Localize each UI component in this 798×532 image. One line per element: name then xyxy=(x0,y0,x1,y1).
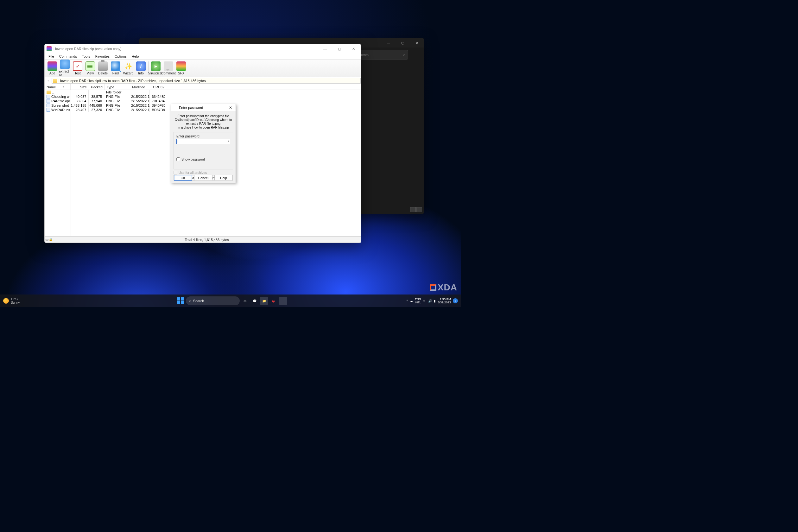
explorer-taskbar-icon[interactable]: 📁 xyxy=(260,297,268,305)
maximize-button[interactable]: ▢ xyxy=(332,44,346,54)
password-input[interactable]: ▾ xyxy=(176,139,230,144)
search-icon: ⌕ xyxy=(189,299,191,303)
sfx-icon xyxy=(176,61,186,71)
notification-badge[interactable]: 5 xyxy=(453,298,458,303)
add-icon xyxy=(48,61,57,71)
header-packed[interactable]: Packed xyxy=(89,84,105,90)
tb-view-button[interactable]: View xyxy=(84,61,97,76)
file-icon xyxy=(46,99,50,103)
sort-asc-icon: ▴ xyxy=(63,85,64,88)
bg-maximize-button[interactable]: ▢ xyxy=(396,38,410,48)
battery-icon[interactable]: ▮ xyxy=(434,299,436,303)
tb-extract-button[interactable]: Extract To xyxy=(59,59,71,78)
weather-text: Sunny xyxy=(11,301,20,304)
status-text: Total 4 files, 1,615,486 bytes xyxy=(53,238,361,242)
password-label: Enter password xyxy=(176,134,200,138)
file-row[interactable]: RAR file open in ... 83,86477,940 PNG Fi… xyxy=(45,99,165,103)
up-dir-row[interactable]: .. File folder xyxy=(45,90,165,94)
file-icon xyxy=(46,95,50,98)
info-icon xyxy=(136,61,146,71)
tb-find-button[interactable]: Find xyxy=(109,61,122,76)
language-indicator[interactable]: ENGINTL xyxy=(415,298,421,304)
path-text: How to open RAR files.zip\How to open RA… xyxy=(59,79,206,83)
close-button[interactable]: ✕ xyxy=(346,44,361,54)
column-headers: Name▴ Size Packed Type Modified CRC32 xyxy=(45,84,361,90)
winrar-taskbar-icon[interactable] xyxy=(279,297,287,305)
menu-tools[interactable]: Tools xyxy=(79,54,93,59)
clock[interactable]: 2:33 PM3/31/2023 xyxy=(438,298,451,304)
menu-file[interactable]: File xyxy=(46,54,57,59)
menu-help[interactable]: Help xyxy=(129,54,141,59)
tb-wizard-button[interactable]: Wizard xyxy=(122,61,135,76)
dialog-titlebar[interactable]: Enter password ✕ xyxy=(171,104,235,111)
vivaldi-taskbar-icon[interactable]: ◒ xyxy=(269,297,278,305)
dialog-close-button[interactable]: ✕ xyxy=(227,106,234,110)
header-name[interactable]: Name▴ xyxy=(45,84,71,90)
tray-chevron-icon[interactable]: ˄ xyxy=(406,299,408,303)
wifi-icon[interactable]: ᯤ xyxy=(423,299,426,303)
titlebar[interactable]: How to open RAR files.zip (evaluation co… xyxy=(45,44,361,54)
onedrive-icon[interactable]: ☁ xyxy=(410,299,413,303)
header-size[interactable]: Size xyxy=(71,84,89,90)
folder-icon xyxy=(53,79,57,83)
window-title: How to open RAR files.zip (evaluation co… xyxy=(54,47,121,51)
temperature: 19°C xyxy=(11,297,20,301)
bg-view-preview-icon[interactable] xyxy=(416,207,422,212)
toolbar: Add Extract To Test View Delete Find Wiz… xyxy=(45,59,361,77)
menu-commands[interactable]: Commands xyxy=(57,54,79,59)
menubar: File Commands Tools Favorites Options He… xyxy=(45,54,361,59)
use-for-all-checkbox: Use for all archives xyxy=(173,171,233,174)
show-password-checkbox[interactable]: Show password xyxy=(176,157,230,161)
file-icon xyxy=(46,108,50,112)
xda-watermark: XDA xyxy=(430,283,457,292)
ok-button[interactable]: OK xyxy=(174,175,192,181)
view-icon xyxy=(86,61,95,71)
taskbar-search[interactable]: ⌕ Search xyxy=(186,297,240,305)
tb-virusscan-button[interactable]: VirusScan xyxy=(150,61,162,76)
weather-widget[interactable]: 19°C Sunny xyxy=(0,297,57,304)
bg-close-button[interactable]: ✕ xyxy=(410,38,424,48)
tb-test-button[interactable]: Test xyxy=(71,61,84,76)
bg-view-details-icon[interactable] xyxy=(410,207,416,212)
find-icon xyxy=(111,61,120,71)
up-button[interactable]: ↑ xyxy=(45,79,52,83)
file-row[interactable]: Screenshot 2022... 1,463,1581,445,069 PN… xyxy=(45,103,165,108)
winrar-icon xyxy=(173,106,177,110)
xda-logo-icon xyxy=(430,284,436,291)
menu-favorites[interactable]: Favorites xyxy=(93,54,112,59)
header-crc[interactable]: CRC32 xyxy=(151,84,166,90)
status-bar: ▭🔒 Total 4 files, 1,615,486 bytes xyxy=(45,236,361,243)
help-button[interactable]: Help xyxy=(214,175,233,181)
address-bar: ↑ How to open RAR files.zip\How to open … xyxy=(45,77,361,84)
header-type[interactable]: Type xyxy=(105,84,130,90)
volume-icon[interactable]: 🔊 xyxy=(428,299,432,303)
tb-sfx-button[interactable]: SFX xyxy=(175,61,188,76)
winrar-icon xyxy=(46,46,52,51)
file-row[interactable]: Choosing where ... 40,05738,575 PNG File… xyxy=(45,94,165,99)
minimize-button[interactable]: ― xyxy=(318,44,332,54)
tb-delete-button[interactable]: Delete xyxy=(97,61,109,76)
task-view-button[interactable]: ▭ xyxy=(241,297,249,305)
delete-icon xyxy=(98,61,108,71)
path-input[interactable]: How to open RAR files.zip\How to open RA… xyxy=(52,78,361,83)
cancel-button[interactable]: Cancel xyxy=(194,175,212,181)
wizard-icon xyxy=(124,61,133,71)
bg-minimize-button[interactable]: ― xyxy=(381,38,396,48)
taskbar: 19°C Sunny ⌕ Search ▭ 💬 📁 ◒ ˄ ☁ ENGINTL … xyxy=(0,294,461,307)
dialog-message: Enter password for the encrypted file C:… xyxy=(173,113,233,132)
tb-comment-button[interactable]: Comment xyxy=(162,61,175,76)
start-button[interactable] xyxy=(176,297,185,305)
lock-icon: 🔒 xyxy=(49,238,53,241)
comment-icon xyxy=(164,61,173,71)
dialog-title: Enter password xyxy=(179,106,203,110)
dropdown-icon[interactable]: ▾ xyxy=(228,140,229,142)
tb-add-button[interactable]: Add xyxy=(46,61,59,76)
chat-button[interactable]: 💬 xyxy=(250,297,259,305)
menu-options[interactable]: Options xyxy=(112,54,129,59)
header-modified[interactable]: Modified xyxy=(130,84,151,90)
tb-info-button[interactable]: Info xyxy=(135,61,147,76)
file-icon xyxy=(46,103,50,107)
file-row[interactable]: WinRAR install s... 28,40727,320 PNG Fil… xyxy=(45,108,165,112)
sun-icon xyxy=(3,298,9,304)
folder-up-icon xyxy=(46,91,51,94)
